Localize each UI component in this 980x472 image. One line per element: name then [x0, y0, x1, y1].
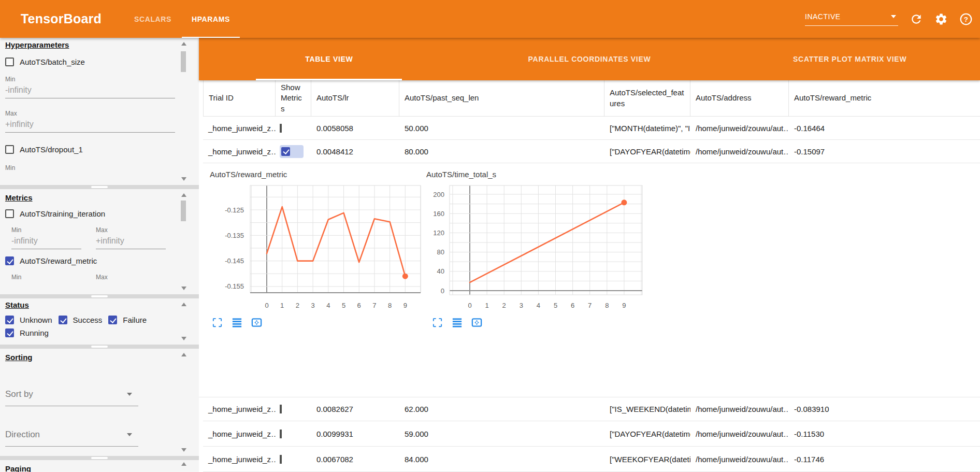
reset-view-icon[interactable]	[471, 317, 483, 328]
main-pane: TABLE VIEW PARALLEL COORDINATES VIEW SCA…	[199, 38, 980, 472]
column-header-address[interactable]: AutoTS/address	[690, 80, 789, 116]
table-view-content: Trial ID Show Metrics AutoTS/lr AutoTS/p…	[199, 80, 980, 472]
hparam-dropout-row[interactable]: AutoTS/dropout_1	[5, 145, 175, 154]
metric-training-iteration-row[interactable]: AutoTS/training_iteration	[5, 209, 175, 218]
min-input[interactable]: -infinity	[11, 234, 81, 249]
settings-gear-icon[interactable]	[934, 12, 948, 26]
unknown-checkbox[interactable]	[5, 316, 14, 324]
cell-past-seq-len: 59.000	[399, 430, 604, 438]
scroll-down-icon[interactable]	[181, 448, 186, 452]
cell-past-seq-len: 80.000	[399, 147, 604, 156]
min-label: Min	[5, 164, 175, 171]
scroll-down-icon[interactable]	[181, 287, 186, 290]
cell-reward-metric: -0.11530	[789, 430, 980, 438]
column-header-past-seq-len[interactable]: AutoTS/past_seq_len	[399, 80, 604, 116]
time-total-chart[interactable]: 040801201602000123456789	[414, 180, 653, 315]
cell-selected-features: ["IS_WEEKEND(datetim…	[604, 405, 690, 413]
sidebar: Hyperparameters AutoTS/batch_size Min -i…	[0, 38, 199, 472]
scroll-down-icon[interactable]	[181, 177, 186, 181]
section-resize-divider[interactable]	[0, 294, 199, 298]
tab-parallel-coordinates-view[interactable]: PARALLEL COORDINATES VIEW	[459, 38, 720, 80]
resize-handle-icon[interactable]	[91, 295, 108, 297]
svg-text:?: ?	[964, 15, 968, 23]
scroll-up-icon[interactable]	[181, 462, 186, 466]
show-metrics-checkbox[interactable]	[281, 147, 290, 156]
checkbox-wrapper	[280, 455, 282, 464]
success-checkbox[interactable]	[59, 316, 67, 324]
run-status-dropdown[interactable]: INACTIVE	[805, 12, 898, 26]
fullscreen-icon[interactable]	[211, 317, 223, 328]
cell-past-seq-len: 50.000	[399, 124, 604, 133]
fullscreen-icon[interactable]	[431, 317, 443, 328]
status-failure-row[interactable]: Failure	[108, 316, 147, 324]
column-header-trial-id[interactable]: Trial ID	[203, 80, 276, 116]
svg-text:-0.145: -0.145	[225, 257, 244, 265]
checkbox-wrapper	[280, 405, 282, 413]
checkbox-wrapper	[280, 145, 304, 158]
scroll-up-icon[interactable]	[181, 303, 186, 306]
reward-metric-checkbox[interactable]	[5, 256, 14, 265]
table-row: _home_junweid_z…0.009993159.000["DAYOFYE…	[203, 421, 980, 447]
show-metrics-checkbox[interactable]	[280, 124, 282, 133]
status-success-row[interactable]: Success	[59, 316, 103, 324]
section-resize-divider[interactable]	[0, 456, 199, 460]
resize-handle-icon[interactable]	[91, 346, 108, 348]
metric-reward-metric-row[interactable]: AutoTS/reward_metric	[5, 256, 175, 265]
column-header-reward-metric[interactable]: AutoTS/reward_metric	[789, 80, 980, 116]
status-unknown-row[interactable]: Unknown	[5, 316, 52, 324]
status-heading: Status	[5, 301, 175, 309]
show-metrics-checkbox[interactable]	[280, 430, 282, 438]
refresh-icon[interactable]	[910, 12, 923, 26]
help-icon[interactable]: ?	[959, 12, 973, 26]
data-table-icon[interactable]	[451, 317, 463, 328]
top-nav-tabs: SCALARS HPARAMS	[124, 0, 240, 38]
column-header-show-metrics[interactable]: Show Metrics	[276, 80, 311, 116]
resize-handle-icon[interactable]	[91, 186, 108, 188]
scroll-up-icon[interactable]	[181, 353, 186, 356]
min-input[interactable]: -infinity	[5, 83, 175, 98]
view-tab-bar: TABLE VIEW PARALLEL COORDINATES VIEW SCA…	[199, 38, 980, 80]
tab-table-view[interactable]: TABLE VIEW	[199, 38, 459, 80]
max-input[interactable]: +infinity	[96, 234, 166, 249]
max-label: Max	[96, 226, 166, 234]
batch-size-checkbox[interactable]	[5, 58, 14, 66]
section-scrollbar	[180, 193, 188, 290]
column-header-lr[interactable]: AutoTS/lr	[311, 80, 399, 116]
hparam-batch-size-row[interactable]: AutoTS/batch_size	[5, 58, 175, 66]
show-metrics-checkbox[interactable]	[280, 405, 282, 413]
svg-text:200: 200	[433, 191, 444, 198]
show-metrics-checkbox[interactable]	[280, 455, 282, 464]
cell-past-seq-len: 84.000	[399, 455, 604, 464]
tab-scatter-plot-matrix-view[interactable]: SCATTER PLOT MATRIX VIEW	[719, 38, 980, 80]
min-label: Min	[11, 226, 81, 234]
section-resize-divider[interactable]	[0, 185, 199, 189]
failure-checkbox[interactable]	[108, 316, 117, 324]
status-running-row[interactable]: Running	[5, 328, 49, 337]
column-header-selected-features[interactable]: AutoTS/selected_features	[604, 80, 690, 116]
resize-handle-icon[interactable]	[91, 457, 108, 459]
svg-text:120: 120	[433, 229, 444, 237]
tensorboard-app: TensorBoard SCALARS HPARAMS INACTIVE ?	[0, 0, 980, 472]
tab-scalars[interactable]: SCALARS	[124, 0, 182, 38]
cell-lr: 0.0048412	[311, 147, 399, 156]
failure-label: Failure	[123, 316, 147, 324]
tab-hparams[interactable]: HPARAMS	[182, 0, 240, 38]
sort-by-dropdown[interactable]: Sort by	[5, 384, 138, 406]
max-input[interactable]: +infinity	[5, 117, 175, 133]
dropout-checkbox[interactable]	[5, 145, 14, 154]
reset-view-icon[interactable]	[251, 317, 263, 328]
scrollbar-thumb[interactable]	[181, 51, 186, 72]
scroll-up-icon[interactable]	[181, 42, 186, 46]
sidebar-section-hyperparameters: Hyperparameters AutoTS/batch_size Min -i…	[0, 38, 199, 185]
scroll-up-icon[interactable]	[181, 193, 186, 197]
svg-text:40: 40	[437, 267, 444, 275]
reward-metric-chart[interactable]: -0.125-0.135-0.145-0.1550123456789	[203, 180, 431, 315]
data-table-icon[interactable]	[231, 317, 243, 328]
training-iteration-checkbox[interactable]	[5, 209, 14, 218]
running-checkbox[interactable]	[5, 328, 14, 337]
svg-text:80: 80	[437, 248, 444, 256]
scrollbar-thumb[interactable]	[181, 201, 186, 221]
direction-dropdown[interactable]: Direction	[5, 425, 138, 447]
section-resize-divider[interactable]	[0, 345, 199, 349]
scroll-down-icon[interactable]	[181, 337, 186, 340]
